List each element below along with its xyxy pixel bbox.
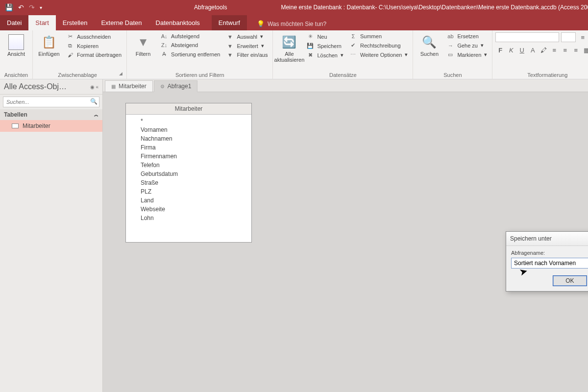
rechtschreibung-button[interactable]: ✔Rechtschreibung (347, 41, 410, 49)
object-tab-abfrage1[interactable]: ⚙ Abfrage1 (154, 80, 198, 92)
aufsteigend-button[interactable]: A↓Aufsteigend (158, 32, 222, 40)
align-left-icon[interactable]: ≡ (549, 45, 559, 55)
tell-me-placeholder: Was möchten Sie tun? (268, 21, 326, 27)
contextual-tab-label: Abfragetools (194, 4, 227, 11)
font-family-combo[interactable] (495, 32, 559, 42)
table-box-title: Mitarbeiter (126, 103, 251, 115)
nav-search: 🔍 (3, 97, 99, 107)
group-label-datensaetze: Datensätze (276, 71, 410, 78)
window-title: Meine erste Datenbank : Datenbank- C:\Us… (281, 4, 588, 11)
absteigend-button[interactable]: Z↓Absteigend (158, 41, 222, 49)
undo-icon[interactable]: ↶ (18, 3, 24, 11)
gehe-zu-button[interactable]: →Gehe zu ▾ (444, 41, 489, 49)
align-center-icon[interactable]: ≡ (560, 45, 570, 55)
field-row[interactable]: * (126, 117, 251, 125)
underline-button[interactable]: U (517, 45, 527, 55)
bullets-icon[interactable]: ≡ (578, 32, 588, 42)
filter-einaus-button[interactable]: ▼Filter ein/aus (224, 51, 270, 59)
group-textformatierung: ≡ ≣ F K U A 🖍 ≡ ≡ ≡ ▦ Textformatierung (492, 30, 588, 79)
nav-search-input[interactable] (3, 97, 99, 107)
suchen-button[interactable]: 🔍 Suchen (416, 32, 442, 57)
nav-title: Alle Access-Obj… (4, 82, 67, 91)
nav-dropdown-icon[interactable]: ◉ « (90, 84, 98, 90)
filter-toggle-icon: ▼ (226, 52, 234, 58)
tab-start[interactable]: Start (28, 15, 55, 30)
save-small-icon: 💾 (306, 43, 314, 49)
grid-icon (8, 34, 24, 50)
tell-me-search[interactable]: 💡 Was möchten Sie tun? (257, 20, 326, 30)
select-icon: ▭ (446, 51, 454, 58)
format-uebertragen-button[interactable]: 🖌Format übertragen (64, 51, 123, 59)
speichern-button[interactable]: 💾Speichern (304, 42, 345, 50)
tab-entwurf[interactable]: Entwurf (212, 15, 247, 30)
markieren-button[interactable]: ▭Markieren ▾ (444, 50, 489, 59)
nav-header[interactable]: Alle Access-Obj… ◉ « (0, 79, 102, 95)
italic-button[interactable]: K (506, 45, 516, 55)
group-datensaetze: 🔄 Alle aktualisieren ✳Neu 💾Speichern ✖Lö… (273, 30, 413, 79)
dialog-label: Abfragename: (511, 250, 588, 256)
save-icon[interactable]: 💾 (5, 3, 13, 11)
group-label-zwischenablage: Zwischenablage (36, 71, 119, 78)
font-size-combo[interactable] (561, 32, 576, 42)
lightbulb-icon: 💡 (257, 20, 265, 27)
redo-icon[interactable]: ↷ (29, 3, 35, 11)
nav-section-tabellen[interactable]: Tabellen ︽ (0, 109, 102, 120)
object-tab-mitarbeiter[interactable]: ▦ Mitarbeiter (105, 80, 153, 92)
ausschneiden-button[interactable]: ✂Ausschneiden (64, 32, 123, 41)
highlight-icon[interactable]: 🖍 (539, 45, 548, 55)
field-row[interactable]: Land (126, 196, 251, 205)
alle-aktualisieren-button[interactable]: 🔄 Alle aktualisieren (276, 32, 302, 63)
field-row[interactable]: PLZ (126, 187, 251, 196)
font-color-icon[interactable]: A (528, 45, 538, 55)
loeschen-button[interactable]: ✖Löschen ▾ (304, 51, 345, 59)
field-row[interactable]: Nachnamen (126, 134, 251, 143)
field-row[interactable]: Vornamen (126, 125, 251, 134)
fill-color-icon[interactable]: ▦ (582, 45, 588, 55)
dialog-titlebar[interactable]: Speichern unter ? ✕ (506, 232, 588, 246)
group-label-ansichten: Ansichten (3, 71, 29, 78)
replace-icon: ab (446, 33, 454, 39)
kopieren-button[interactable]: ⧉Kopieren (64, 42, 123, 50)
sort-asc-icon: A↓ (160, 33, 168, 39)
summen-button[interactable]: ΣSummen (347, 32, 410, 40)
erweitert-button[interactable]: ▼Erweitert ▾ (224, 42, 270, 50)
field-row[interactable]: Straße (126, 178, 251, 187)
bold-button[interactable]: F (495, 45, 505, 55)
chevron-down-icon: ▾ (260, 33, 263, 40)
field-row[interactable]: Firma (126, 143, 251, 152)
table-field-body: *VornamenNachnamenFirmaFirmennamenTelefo… (126, 115, 251, 242)
einfuegen-button[interactable]: 📋 Einfügen (36, 32, 62, 57)
neu-button[interactable]: ✳Neu (304, 32, 345, 41)
query-name-input[interactable] (511, 258, 588, 269)
tab-datei[interactable]: Datei (0, 15, 28, 30)
tab-datenbanktools[interactable]: Datenbanktools (149, 15, 207, 30)
search-icon[interactable]: 🔍 (90, 98, 98, 105)
ansicht-button[interactable]: Ansicht (3, 32, 29, 57)
refresh-icon: 🔄 (281, 34, 297, 50)
filtern-button[interactable]: ▼ Filtern (130, 32, 156, 57)
field-row[interactable]: Lohn (126, 214, 251, 222)
customize-qa-icon[interactable]: ▾ (40, 5, 42, 10)
brush-icon: 🖌 (66, 52, 74, 58)
ok-button[interactable]: OK (553, 275, 587, 286)
weitere-optionen-button[interactable]: ⋯Weitere Optionen ▾ (347, 50, 410, 59)
ersetzen-button[interactable]: abErsetzen (444, 32, 489, 40)
tab-externe-daten[interactable]: Externe Daten (94, 15, 148, 30)
auswahl-button[interactable]: ▼Auswahl ▾ (224, 32, 270, 41)
save-as-dialog: Speichern unter ? ✕ Abfragename: OK Abbr… (506, 231, 588, 292)
tab-erstellen[interactable]: Erstellen (56, 15, 95, 30)
work-area: ▦ Mitarbeiter ⚙ Abfrage1 Mitarbeiter *Vo… (103, 79, 588, 392)
align-right-icon[interactable]: ≡ (571, 45, 581, 55)
zwischenablage-launcher-icon[interactable]: ◢ (119, 71, 123, 78)
table-field-list[interactable]: Mitarbeiter *VornamenNachnamenFirmaFirme… (125, 103, 252, 243)
nav-item-mitarbeiter[interactable]: Mitarbeiter (0, 120, 102, 132)
search-icon: 🔍 (421, 34, 437, 50)
field-row[interactable]: Firmennamen (126, 152, 251, 161)
sortierung-entfernen-button[interactable]: A̶Sortierung entfernen (158, 50, 222, 58)
ribbon-tabs: Datei Start Erstellen Externe Daten Date… (0, 15, 588, 30)
spell-icon: ✔ (349, 42, 357, 49)
field-row[interactable]: Webseite (126, 205, 251, 214)
field-row[interactable]: Telefon (126, 161, 251, 170)
more-icon: ⋯ (349, 51, 357, 58)
field-row[interactable]: Geburtsdatum (126, 170, 251, 178)
